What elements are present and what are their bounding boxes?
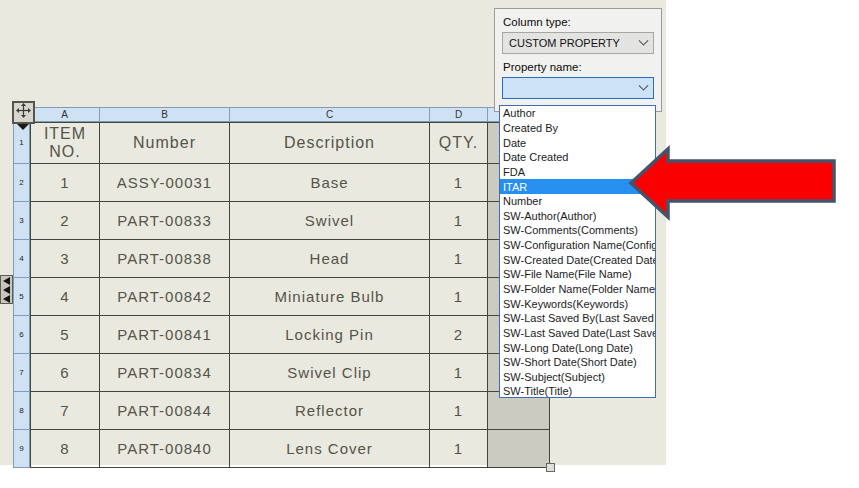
cell-item-no[interactable]: 6 [30,354,100,392]
column-type-select[interactable]: CUSTOM PROPERTY [502,32,654,54]
cell-item-no[interactable]: 1 [30,164,100,202]
cell-description[interactable]: Reflector [230,392,430,430]
table-row: 9 8 PART-00840 Lens Cover 1 [13,430,550,468]
left-triangle-icon [3,295,10,303]
row-header-9[interactable]: 9 [13,430,30,468]
column-header-a[interactable]: A [30,107,100,122]
property-name-select[interactable] [502,77,654,99]
row-header-2[interactable]: 2 [13,164,30,202]
dropdown-option[interactable]: SW-Last Saved By(Last Saved By) [500,311,655,326]
header-item-no[interactable]: ITEM NO. [30,122,100,164]
dropdown-option[interactable]: SW-Title(Title) [500,384,655,399]
cell-item-no[interactable]: 8 [30,430,100,468]
move-arrows-icon [16,103,31,122]
row-header-4[interactable]: 4 [13,240,30,278]
cell-qty[interactable]: 1 [430,278,488,316]
dropdown-option[interactable]: SW-File Name(File Name) [500,267,655,282]
cell-number[interactable]: PART-00833 [100,202,230,240]
column-type-label: Column type: [503,16,654,28]
cell-description[interactable]: Base [230,164,430,202]
dropdown-option[interactable]: SW-Created Date(Created Date) [500,252,655,267]
row-header-5[interactable]: 5 [13,278,30,316]
cell-description[interactable]: Miniature Bulb [230,278,430,316]
cell-qty[interactable]: 1 [430,430,488,468]
cell-new-column[interactable] [488,430,550,468]
cell-number[interactable]: ASSY-00031 [100,164,230,202]
cell-description[interactable]: Lens Cover [230,430,430,468]
table-row: 8 7 PART-00844 Reflector 1 [13,392,550,430]
dropdown-option[interactable]: SW-Long Date(Long Date) [500,340,655,355]
property-name-label: Property name: [503,61,654,73]
dropdown-option[interactable]: SW-Keywords(Keywords) [500,296,655,311]
cell-item-no[interactable]: 4 [30,278,100,316]
cell-qty[interactable]: 1 [430,202,488,240]
dropdown-option[interactable]: SW-Subject(Subject) [500,370,655,385]
table-row: 3 2 PART-00833 Swivel 1 [13,202,550,240]
table-row: 4 3 PART-00838 Head 1 [13,240,550,278]
row-header-6[interactable]: 6 [13,316,30,354]
cell-item-no[interactable]: 3 [30,240,100,278]
cell-number[interactable]: PART-00840 [100,430,230,468]
cell-description[interactable]: Swivel Clip [230,354,430,392]
cell-qty[interactable]: 1 [430,392,488,430]
table-header-row: 1 ITEM NO. Number Description QTY. [13,122,550,164]
table-row: 7 6 PART-00834 Swivel Clip 1 [13,354,550,392]
table-row: 5 4 PART-00842 Miniature Bulb 1 [13,278,550,316]
dropdown-option[interactable]: SW-Folder Name(Folder Name) [500,282,655,297]
dropdown-option[interactable]: Created By [500,121,655,136]
cell-number[interactable]: PART-00841 [100,316,230,354]
column-header-c[interactable]: C [230,107,430,122]
cell-description[interactable]: Swivel [230,202,430,240]
cell-qty[interactable]: 1 [430,164,488,202]
dropdown-option[interactable]: SW-Short Date(Short Date) [500,355,655,370]
header-qty[interactable]: QTY. [430,122,488,164]
dropdown-option[interactable]: Author [500,106,655,121]
red-callout-arrow-icon [626,144,838,228]
column-type-value: CUSTOM PROPERTY [509,37,620,49]
cell-qty[interactable]: 1 [430,354,488,392]
row-header-7[interactable]: 7 [13,354,30,392]
header-number[interactable]: Number [100,122,230,164]
cell-item-no[interactable]: 7 [30,392,100,430]
cell-item-no[interactable]: 5 [30,316,100,354]
header-description[interactable]: Description [230,122,430,164]
table-row: 2 1 ASSY-00031 Base 1 [13,164,550,202]
row-header-8[interactable]: 8 [13,392,30,430]
table-row: 6 5 PART-00841 Locking Pin 2 [13,316,550,354]
bom-table[interactable]: A B C D 1 ITEM NO. Number Description QT… [13,107,550,468]
cell-number[interactable]: PART-00844 [100,392,230,430]
cell-qty[interactable]: 2 [430,316,488,354]
column-resize-handle[interactable] [546,463,555,472]
cell-number[interactable]: PART-00834 [100,354,230,392]
cell-description[interactable]: Head [230,240,430,278]
column-header-d[interactable]: D [430,107,488,122]
table-move-handle[interactable] [12,101,35,124]
cell-qty[interactable]: 1 [430,240,488,278]
dropdown-option[interactable]: SW-Last Saved Date(Last Saved Date) [500,326,655,341]
cell-number[interactable]: PART-00838 [100,240,230,278]
anchor-corner-icon [17,124,29,130]
column-header-strip[interactable]: A B C D [13,107,550,122]
column-header-b[interactable]: B [100,107,230,122]
dropdown-option[interactable]: SW-Configuration Name(Configuration Name… [500,238,655,253]
column-property-panel: Column type: CUSTOM PROPERTY Property na… [494,8,662,112]
cell-description[interactable]: Locking Pin [230,316,430,354]
chevron-down-icon [639,35,649,45]
cell-number[interactable]: PART-00842 [100,278,230,316]
chevron-down-icon [639,80,649,90]
row-header-3[interactable]: 3 [13,202,30,240]
left-triangle-icon [3,277,10,285]
left-triangle-icon [3,286,10,294]
row-flyout-handle[interactable] [0,275,13,304]
cell-item-no[interactable]: 2 [30,202,100,240]
